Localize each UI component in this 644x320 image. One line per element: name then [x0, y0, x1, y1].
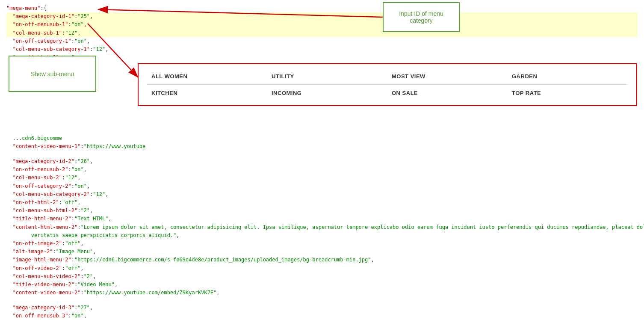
json-line: "on-off-menusub-3":"on", [6, 312, 638, 320]
json-line: "title-video-menu-2":"Video Menu", [6, 281, 638, 289]
menu-item-garden: GARDEN [508, 68, 628, 85]
callout-box: Input ID of menu category [383, 2, 460, 32]
show-submenu-box: Show sub-menu [9, 56, 96, 92]
menu-item-top-rate: TOP RATE [508, 85, 628, 101]
json-line: "col-menu-sub-category-1":"12", [6, 45, 638, 53]
menu-item-on-sale: ON SALE [387, 85, 508, 101]
json-code: "mega-menu":{ "mega-category-id-1":"25",… [6, 4, 638, 320]
json-line: "on-off-video-2":"off", [6, 264, 638, 273]
json-line: "mega-category-id-2":"26", [6, 157, 638, 166]
json-line: "mega-menu":{ [6, 4, 638, 12]
json-line: "content-video-menu-1":"https://www.yout… [6, 142, 638, 151]
menu-items-box: ALL WOMEN UTILITY MOST VIEW GARDEN KITCH… [138, 63, 637, 106]
json-line: ...cdn6.bigcomme [6, 134, 638, 142]
json-line: "on-off-category-2":"on", [6, 182, 638, 190]
menu-item-kitchen: KITCHEN [147, 85, 267, 101]
menu-item-incoming: INCOMING [267, 85, 387, 101]
callout-text: Input ID of menu category [387, 10, 455, 24]
json-line: "on-off-html-1":"on", [6, 53, 638, 62]
main-container: "mega-menu":{ "mega-category-id-1":"25",… [0, 0, 644, 320]
json-line-highlight: "on-off-menusub-1":"on", [6, 21, 638, 29]
json-line: "col-menu-sub-category-2":"12", [6, 190, 638, 199]
json-line: "image-html-menu-2":"https://cdn6.bigcom… [6, 256, 638, 264]
json-line: "on-off-image-2":"off", [6, 240, 638, 248]
json-line: "col-menu-sub-2":"12", [6, 174, 638, 182]
menu-item-most-view: MOST VIEW [387, 68, 508, 85]
json-line-highlight: "col-menu-sub-1":"12", [6, 29, 638, 37]
show-submenu-text: Show sub-menu [31, 71, 74, 77]
json-line-highlight: "mega-category-id-1":"25", [6, 12, 638, 21]
json-line: "on-off-html-2":"off", [6, 199, 638, 207]
menu-item-utility: UTILITY [267, 68, 387, 85]
json-line: "mega-category-id-3":"27", [6, 304, 638, 312]
json-line: "on-off-menusub-2":"on", [6, 166, 638, 174]
json-line: "col-menu-sub-video-2":"2", [6, 273, 638, 281]
json-line: "content-video-menu-2":"https://www.yout… [6, 289, 638, 297]
json-line: veritatis saepe perspiciatis corporis al… [6, 231, 638, 240]
json-line: "on-off-category-1":"on", [6, 37, 638, 45]
json-line: "content-html-menu-2":"Lorem ipsum dolor… [6, 223, 638, 231]
json-line: "title-html-menu-2":"Text HTML", [6, 215, 638, 223]
json-line: "col-menu-sub-html-2":"2", [6, 207, 638, 215]
json-line: "alt-image-2":"Image Menu", [6, 248, 638, 256]
menu-item-all-women: ALL WOMEN [147, 68, 267, 85]
